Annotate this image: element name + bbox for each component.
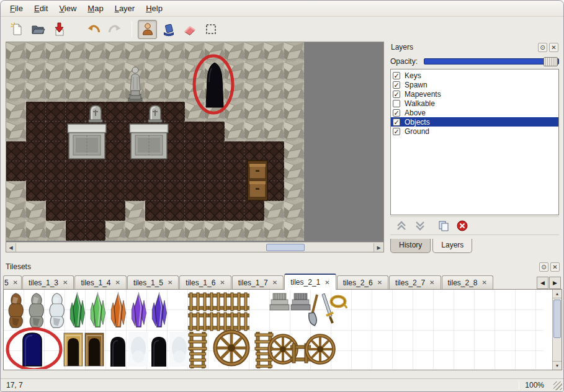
tileset-canvas[interactable] [4,290,544,369]
tileset-tab[interactable]: tiles_1_6 ✕ [179,275,231,289]
close-tab-icon[interactable]: ✕ [220,279,225,286]
layer-visibility-checkbox[interactable]: ✓ [393,118,400,126]
close-tab-icon[interactable]: ✕ [13,279,18,286]
tileset-sprite-door[interactable] [64,333,83,366]
eraser-tool-button[interactable] [180,20,199,39]
fill-tool-button[interactable] [159,20,178,39]
open-map-button[interactable] [28,20,47,39]
undo-button[interactable] [84,20,103,39]
layer-row-selected[interactable]: ✓ Objects [391,117,558,127]
tileset-tab[interactable]: tiles_1_5 ✕ [127,275,179,289]
scroll-down-icon[interactable]: ▼ [553,361,562,370]
tileset-sprite-trackh[interactable] [229,293,249,311]
tileset-sprite-rockpile[interactable] [9,293,23,327]
layer-visibility-checkbox[interactable]: ✓ [393,72,400,79]
opacity-slider-handle[interactable] [544,57,558,66]
close-tab-icon[interactable]: ✕ [429,279,434,286]
scroll-left-icon[interactable]: ◀ [6,243,16,252]
move-layer-down-button[interactable] [413,218,427,233]
close-tab-icon[interactable]: ✕ [115,279,120,286]
tileset-sprite-trackh[interactable] [208,313,229,331]
map-canvas[interactable] [6,42,383,242]
layer-visibility-checkbox[interactable] [393,100,400,107]
duplicate-layer-button[interactable] [436,218,451,233]
close-dock-icon[interactable]: ✕ [549,43,558,52]
layer-row[interactable]: ✓ Above [391,108,558,117]
menu-map[interactable]: Map [82,1,109,16]
character-tool-button[interactable] [138,20,157,39]
redo-button[interactable] [105,20,124,39]
delete-layer-button[interactable] [455,218,470,233]
menu-view[interactable]: View [53,1,82,16]
tileset-sprite-door[interactable] [85,333,104,366]
tileset-sprite-arch[interactable] [110,337,125,367]
menu-help[interactable]: Help [140,1,168,16]
tileset-sprite-trackv[interactable] [189,332,207,351]
scroll-tabs-right-icon[interactable]: ▶ [549,277,561,289]
layer-row[interactable]: ✓ Mapevents [391,89,558,99]
tileset-sprite-trackh[interactable] [229,313,249,331]
layer-list: ✓ Keys ✓ Spawn ✓ Mapevents Walkable ✓ Ab… [390,69,559,215]
tileset-sprite-rockpile[interactable] [29,293,43,327]
close-tab-icon[interactable]: ✕ [482,279,487,286]
layer-visibility-checkbox[interactable]: ✓ [393,109,400,117]
layer-row[interactable]: ✓ Keys [391,71,558,80]
tileset-sprite-wheel[interactable] [307,336,334,363]
tileset-tab[interactable]: tiles_1_3 ✕ [22,275,74,289]
tileset-sprite-capital[interactable] [291,293,310,310]
layer-name: Walkable [405,99,435,108]
float-dock-icon[interactable]: ⊙ [539,262,548,272]
layer-row[interactable]: ✓ Ground [391,127,558,136]
opacity-slider[interactable] [424,58,559,65]
tileset-tab[interactable]: tiles_2_8 ✕ [442,275,493,289]
tileset-sprite-arch[interactable] [151,337,166,367]
layer-name: Mapevents [405,90,441,99]
menu-layer[interactable]: Layer [109,1,141,16]
save-map-button[interactable] [49,20,68,39]
new-map-button[interactable] [7,20,26,39]
scroll-tabs-left-icon[interactable]: ◀ [537,277,548,289]
tileset-sprite-navytile[interactable] [23,333,42,366]
layer-visibility-checkbox[interactable]: ✓ [393,81,400,89]
tab-history[interactable]: History [390,239,431,253]
move-layer-up-button[interactable] [394,218,409,233]
close-tab-icon[interactable]: ✕ [63,279,68,286]
close-tab-icon[interactable]: ✕ [377,279,382,286]
close-tab-icon[interactable]: ✕ [168,279,172,286]
tileset-vertical-scrollbar[interactable]: ▲ ▼ [552,290,562,370]
tileset-tab[interactable]: tiles_1_7 ✕ [232,275,284,289]
tileset-sprite-wheel[interactable] [215,332,248,364]
check-icon: ✓ [393,128,399,135]
tileset-sprite-trackh[interactable] [188,313,208,331]
resize-grip[interactable] [553,381,562,390]
close-dock-icon[interactable]: ✕ [550,262,560,272]
tileset-sprite-mist[interactable] [169,332,189,367]
tileset-tab[interactable]: tiles_2_6 ✕ [337,275,388,289]
layer-row[interactable]: Walkable [391,99,558,108]
tileset-sprite-rockpile[interactable] [50,293,64,327]
tileset-sprite-trackh[interactable] [188,293,208,311]
tileset-tab[interactable]: tiles_2_7 ✕ [389,275,441,289]
tileset-sprite-trackh[interactable] [208,293,229,311]
select-tool-button[interactable] [201,20,220,39]
map-horizontal-scrollbar[interactable]: ◀ ▶ [6,242,383,252]
scroll-right-icon[interactable]: ▶ [374,243,383,252]
tileset-sprite-mist[interactable] [128,332,148,367]
tileset-sprite-capital[interactable] [270,293,289,310]
layer-row[interactable]: ✓ Spawn [391,80,558,89]
map-hscroll-thumb[interactable] [266,244,305,251]
tileset-tab[interactable]: tiles_1_4 ✕ [74,275,126,289]
menu-file[interactable]: File [4,1,29,16]
close-tab-icon[interactable]: ✕ [272,279,277,286]
tileset-sprite-trackv[interactable] [190,351,206,368]
layer-visibility-checkbox[interactable]: ✓ [393,128,400,135]
menu-edit[interactable]: Edit [29,1,53,16]
tileset-vscroll-thumb[interactable] [553,300,561,338]
layer-visibility-checkbox[interactable]: ✓ [393,91,400,98]
tileset-tab[interactable]: 5 ✕ [3,275,22,289]
float-dock-icon[interactable]: ⊙ [538,43,547,52]
scroll-up-icon[interactable]: ▲ [553,290,562,298]
tab-layers[interactable]: Layers [432,239,472,253]
close-tab-icon[interactable]: ✕ [325,279,329,286]
tileset-tab-active[interactable]: tiles_2_1 ✕ [284,274,336,290]
